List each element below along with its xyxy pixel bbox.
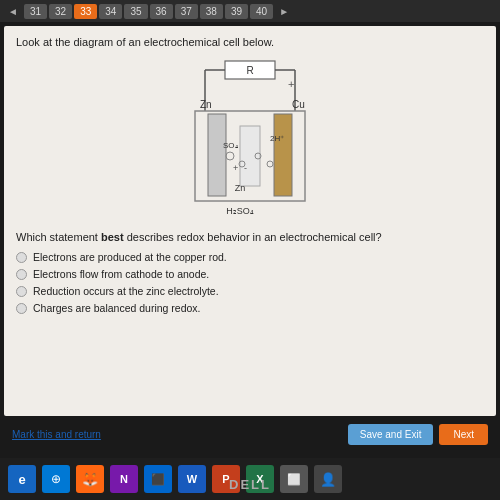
diagram-area: R + Zn Cu SO₄ 2H⁺: [16, 56, 484, 221]
option-text-4: Charges are balanced during redox.: [33, 302, 201, 314]
dell-label: DELL: [229, 477, 271, 492]
svg-text:Zn: Zn: [235, 183, 246, 193]
save-exit-button[interactable]: Save and Exit: [348, 424, 434, 445]
option-row-4[interactable]: Charges are balanced during redox.: [16, 302, 484, 314]
svg-text:+: +: [233, 163, 238, 173]
bottom-bar: Mark this and return Save and Exit Next: [4, 420, 496, 449]
nav-tab-38[interactable]: 38: [200, 4, 223, 19]
taskbar-firefox-icon[interactable]: 🦊: [76, 465, 104, 493]
taskbar-misc-icon[interactable]: ⬜: [280, 465, 308, 493]
svg-text:-: -: [244, 163, 247, 173]
main-content: Look at the diagram of an electrochemica…: [4, 26, 496, 416]
taskbar-word-icon[interactable]: W: [178, 465, 206, 493]
option-radio-4[interactable]: [16, 303, 27, 314]
bottom-buttons: Save and Exit Next: [348, 424, 488, 445]
taskbar-onenote-icon[interactable]: N: [110, 465, 138, 493]
option-row-1[interactable]: Electrons are produced at the copper rod…: [16, 251, 484, 263]
electrochemical-cell-diagram: R + Zn Cu SO₄ 2H⁺: [140, 56, 360, 221]
taskbar: e ⊕ 🦊 N ⬛ W P X ⬜ 👤 DELL: [0, 458, 500, 500]
nav-tab-36[interactable]: 36: [150, 4, 173, 19]
svg-text:Cu: Cu: [292, 99, 305, 110]
svg-text:+: +: [288, 78, 294, 90]
options-section: Electrons are produced at the copper rod…: [16, 251, 484, 314]
nav-tab-33[interactable]: 33: [74, 4, 97, 19]
svg-text:R: R: [246, 65, 253, 76]
svg-text:Zn: Zn: [200, 99, 212, 110]
svg-point-15: [226, 152, 234, 160]
svg-rect-10: [274, 114, 292, 196]
nav-tab-40[interactable]: 40: [250, 4, 273, 19]
option-text-2: Electrons flow from cathode to anode.: [33, 268, 209, 280]
nav-left-arrow[interactable]: ◄: [4, 5, 22, 18]
taskbar-user-icon[interactable]: 👤: [314, 465, 342, 493]
svg-rect-12: [240, 126, 260, 186]
option-text-3: Reduction occurs at the zinc electrolyte…: [33, 285, 219, 297]
question-prompt: Look at the diagram of an electrochemica…: [16, 36, 484, 48]
option-row-2[interactable]: Electrons flow from cathode to anode.: [16, 268, 484, 280]
taskbar-ie-icon[interactable]: e: [8, 465, 36, 493]
nav-tab-39[interactable]: 39: [225, 4, 248, 19]
nav-tab-34[interactable]: 34: [99, 4, 122, 19]
option-radio-2[interactable]: [16, 269, 27, 280]
taskbar-app1-icon[interactable]: ⬛: [144, 465, 172, 493]
svg-text:H₂SO₄: H₂SO₄: [226, 206, 254, 216]
nav-tab-37[interactable]: 37: [175, 4, 198, 19]
option-radio-1[interactable]: [16, 252, 27, 263]
svg-text:SO₄: SO₄: [223, 141, 238, 150]
emphasis-text: best: [101, 231, 124, 243]
nav-tab-31[interactable]: 31: [24, 4, 47, 19]
nav-right-arrow[interactable]: ►: [275, 5, 293, 18]
nav-bar: ◄ 31 32 33 34 35 36 37 38 39 40 ►: [0, 0, 500, 22]
nav-tab-35[interactable]: 35: [124, 4, 147, 19]
taskbar-edge-icon[interactable]: ⊕: [42, 465, 70, 493]
option-text-1: Electrons are produced at the copper rod…: [33, 251, 227, 263]
svg-point-18: [267, 161, 273, 167]
next-button[interactable]: Next: [439, 424, 488, 445]
mark-return-link[interactable]: Mark this and return: [12, 429, 101, 440]
svg-rect-8: [208, 114, 226, 196]
nav-tab-32[interactable]: 32: [49, 4, 72, 19]
question-label: Which statement best describes redox beh…: [16, 231, 484, 243]
option-row-3[interactable]: Reduction occurs at the zinc electrolyte…: [16, 285, 484, 297]
option-radio-3[interactable]: [16, 286, 27, 297]
svg-text:2H⁺: 2H⁺: [270, 134, 284, 143]
